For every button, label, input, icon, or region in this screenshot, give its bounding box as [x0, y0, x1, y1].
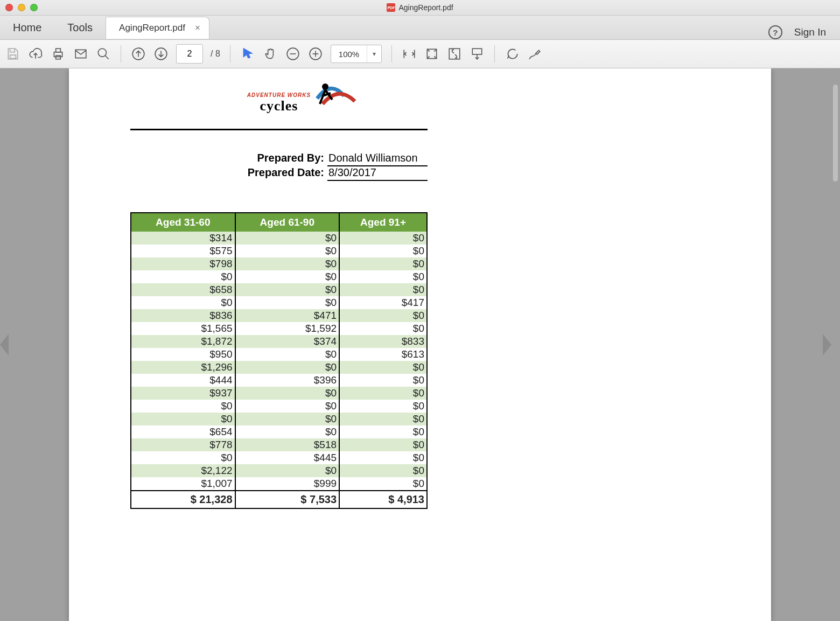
tools-tab[interactable]: Tools [54, 16, 106, 39]
window-title-text: AgingReport.pdf [398, 3, 453, 12]
pdf-page: ADVENTURE WORKS cycles Prepared By: Dona… [69, 68, 771, 621]
table-cell: $518 [235, 438, 340, 451]
svg-rect-0 [10, 55, 16, 59]
table-cell: $937 [131, 387, 235, 400]
table-cell: $0 [339, 309, 427, 322]
table-cell: $0 [235, 232, 340, 245]
table-cell: $374 [235, 335, 340, 348]
table-cell: $0 [235, 464, 340, 477]
zoom-out-icon[interactable] [285, 46, 300, 61]
zoom-dropdown[interactable]: 100% ▾ [331, 45, 382, 63]
window-titlebar: PDF AgingReport.pdf [0, 0, 840, 16]
hand-tool-icon[interactable] [263, 46, 278, 61]
comment-icon[interactable] [505, 46, 520, 61]
read-mode-icon[interactable] [470, 46, 485, 61]
table-row: $1,296$0$0 [131, 361, 427, 374]
table-cell: $0 [235, 361, 340, 374]
page-number-input[interactable] [176, 44, 203, 64]
prepared-date-value: 8/30/2017 [327, 166, 428, 181]
table-cell: $0 [131, 413, 235, 425]
document-tab-label: AgingReport.pdf [119, 23, 185, 33]
vertical-scrollbar[interactable] [832, 68, 839, 621]
table-cell: $0 [339, 387, 427, 400]
table-cell: $778 [131, 438, 235, 451]
page-total-label: / 8 [211, 49, 220, 59]
table-cell: $658 [131, 283, 235, 296]
svg-rect-4 [75, 50, 86, 58]
prev-page-arrow[interactable] [0, 334, 9, 355]
table-cell: $999 [235, 477, 340, 491]
print-icon[interactable] [51, 46, 66, 61]
col-header: Aged 61-90 [235, 213, 340, 232]
svg-rect-2 [56, 48, 61, 52]
table-row: $0$445$0 [131, 451, 427, 464]
minimize-window-button[interactable] [18, 4, 25, 11]
home-tab[interactable]: Home [0, 16, 54, 39]
table-row: $575$0$0 [131, 245, 427, 257]
svg-rect-12 [473, 48, 482, 54]
table-cell: $314 [131, 232, 235, 245]
table-cell: $0 [131, 296, 235, 309]
table-cell: $0 [235, 270, 340, 283]
table-row: $654$0$0 [131, 425, 427, 438]
table-cell: $0 [235, 400, 340, 413]
table-cell: $654 [131, 425, 235, 438]
toolbar: / 8 100% ▾ [0, 40, 840, 68]
maximize-window-button[interactable] [30, 4, 38, 11]
table-cell: $417 [339, 296, 427, 309]
prepared-date-row: Prepared Date: 8/30/2017 [130, 166, 428, 181]
close-tab-button[interactable]: × [195, 23, 200, 33]
table-cell: $0 [339, 413, 427, 425]
table-total-cell: $ 21,328 [131, 491, 235, 508]
prev-page-icon[interactable] [131, 46, 146, 61]
pointer-tool-icon[interactable] [240, 46, 255, 61]
svg-point-5 [98, 48, 106, 57]
table-cell: $833 [339, 335, 427, 348]
scrollbar-thumb[interactable] [833, 85, 838, 182]
fit-width-icon[interactable] [402, 46, 417, 61]
help-icon[interactable]: ? [768, 25, 782, 39]
table-cell: $1,565 [131, 322, 235, 335]
fullscreen-icon[interactable] [447, 46, 462, 61]
document-viewer[interactable]: ADVENTURE WORKS cycles Prepared By: Dona… [0, 68, 840, 621]
table-row: $798$0$0 [131, 257, 427, 270]
prepared-by-value: Donald Williamson [327, 152, 428, 166]
zoom-in-icon[interactable] [308, 46, 323, 61]
table-row: $937$0$0 [131, 387, 427, 400]
search-icon[interactable] [96, 46, 111, 61]
table-cell: $0 [339, 438, 427, 451]
fit-page-icon[interactable] [424, 46, 439, 61]
zoom-value: 100% [331, 50, 367, 59]
table-cell: $396 [235, 374, 340, 387]
table-cell: $575 [131, 245, 235, 257]
table-row: $444$396$0 [131, 374, 427, 387]
next-page-arrow[interactable] [823, 334, 831, 355]
separator [391, 45, 392, 62]
table-cell: $613 [339, 348, 427, 361]
table-row: $0$0$0 [131, 270, 427, 283]
aging-table: Aged 31-60 Aged 61-90 Aged 91+ $314$0$0$… [130, 212, 428, 509]
sign-in-button[interactable]: Sign In [794, 26, 826, 38]
document-tab[interactable]: AgingReport.pdf × [106, 17, 209, 39]
table-row: $0$0$0 [131, 400, 427, 413]
prepared-by-label: Prepared By: [130, 152, 327, 164]
table-total-row: $ 21,328$ 7,533$ 4,913 [131, 491, 427, 508]
next-page-icon[interactable] [153, 46, 169, 61]
table-cell: $0 [235, 425, 340, 438]
table-row: $836$471$0 [131, 309, 427, 322]
save-icon[interactable] [5, 46, 20, 61]
close-window-button[interactable] [5, 4, 13, 11]
cloud-upload-icon[interactable] [28, 46, 43, 61]
table-cell: $0 [339, 270, 427, 283]
separator [121, 45, 121, 62]
table-total-cell: $ 4,913 [339, 491, 427, 508]
email-icon[interactable] [73, 46, 88, 61]
window-title: PDF AgingReport.pdf [387, 3, 453, 12]
table-cell: $0 [339, 477, 427, 491]
table-cell: $0 [339, 425, 427, 438]
table-row: $1,872$374$833 [131, 335, 427, 348]
sign-icon[interactable] [527, 46, 542, 61]
table-row: $0$0$417 [131, 296, 427, 309]
svg-rect-11 [449, 48, 460, 59]
table-cell: $0 [339, 374, 427, 387]
